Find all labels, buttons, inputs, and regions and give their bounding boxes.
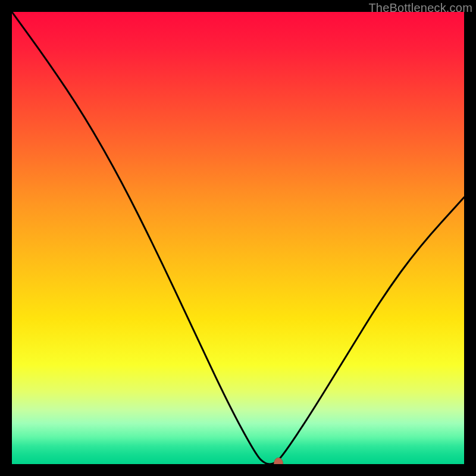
bottleneck-curve [12, 12, 464, 464]
plot-area [12, 12, 464, 464]
watermark-text: TheBottleneck.com [368, 1, 472, 15]
chart-container: TheBottleneck.com [0, 0, 476, 476]
